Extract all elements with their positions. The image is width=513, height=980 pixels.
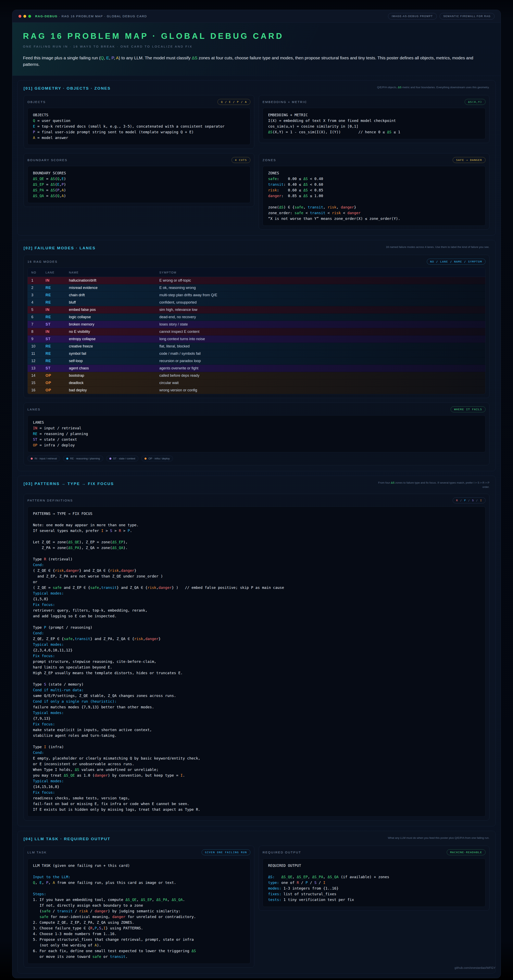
code-line: OP = infra / deploy: [33, 442, 480, 448]
page-subtitle: ONE FAILING RUN IN · 16 WAYS TO BREAK · …: [23, 45, 490, 48]
lane-legend-chip: RE · reasoning / planning: [63, 455, 103, 461]
code-line: Type R (retrieval): [33, 556, 480, 562]
code-line: Typical modes:: [33, 710, 480, 716]
panel-required-output-badge: MACHINE-READABLE: [447, 850, 486, 855]
code-line: I(X) = embedding of text X from one fixe…: [268, 118, 480, 124]
code-line: retriever: query, filters, top-k, embedd…: [33, 608, 480, 613]
panel-embedding-metric: EMBEDDING + METRIC ΔS(X,Y) EMBEDDING + M…: [259, 95, 489, 143]
code-line: ( Z_QE ∈ {risk,danger} and Z_QA ∈ {risk,…: [33, 568, 480, 573]
app-name: RAG-DEBUG: [35, 14, 58, 18]
mode-no: 3: [28, 291, 42, 299]
panel-zones-badge: SAFE → DANGER: [452, 157, 486, 163]
mode-no: 15: [28, 379, 42, 387]
panel-zones-header: ZONES SAFE → DANGER: [263, 156, 486, 164]
code-line: Q, E, P, A from one failing run, plus th…: [33, 880, 245, 886]
titlebar-badge-image-as-debug-prompt: IMAGE-AS-DEBUG PROMPT: [388, 13, 437, 19]
geometry-row-1: OBJECTS Q / E / P / A OBJECTSQ = user qu…: [24, 95, 489, 149]
mode-no: 2: [28, 284, 42, 291]
code-line: E empty, placeholder or clearly mismatch…: [33, 756, 480, 761]
code-line: 3. Choose failure_type ∈ {R,P,S,I} using…: [33, 925, 245, 931]
titlebar-badges: IMAGE-AS-DEBUG PROMPT SEMANTIC FIREWALL …: [388, 13, 494, 19]
mode-symptom: confident, unsupported: [156, 299, 485, 306]
mode-symptom: loses story / state: [156, 321, 485, 328]
zones-code: ZONESsafe: 0.00 ≤ ΔS < 0.40transit: 0.40…: [263, 166, 486, 226]
code-line: Steps:: [33, 891, 245, 897]
section-llm-task-title: [04] LLM TASK · REQUIRED OUTPUT: [24, 836, 110, 841]
mode-row: 13STagent chaosagents overwrite or fight: [28, 365, 485, 372]
panel-lanes-header: LANES WHERE IT FAILS: [27, 406, 486, 413]
panel-boundary-scores: BOUNDARY SCORES 4 CUTS BOUNDARY SCORESΔS…: [24, 153, 254, 207]
panel-objects-header: OBJECTS Q / E / P / A: [27, 98, 250, 105]
code-line: When Type I holds, ΔS values are undefin…: [33, 767, 480, 773]
code-line: safe for near-identical meaning, danger …: [33, 914, 245, 920]
code-line: Fix focus:: [33, 602, 480, 608]
required-output-code: REQUIRED OUTPUT ΔS: ΔS_QE, ΔS_EP, ΔS_PA,…: [263, 859, 486, 907]
code-line: OBJECTS: [33, 112, 245, 118]
code-line: transit: 0.40 ≤ ΔS < 0.60: [268, 181, 480, 187]
mode-name: bad deploy: [65, 387, 156, 394]
mode-symptom: long context turns into noise: [156, 336, 485, 343]
panel-rag-modes-header: 16 RAG MODES NO / LANE / NAME / SYMPTOM: [27, 258, 486, 265]
mode-no: 11: [28, 350, 42, 357]
panel-required-output: REQUIRED OUTPUT MACHINE-READABLE REQUIRE…: [259, 846, 489, 911]
code-line: [33, 676, 480, 681]
code-line: ΔS_PA = ΔS(P,A): [33, 187, 245, 193]
panel-embedding-header: EMBEDDING + METRIC ΔS(X,Y): [263, 98, 486, 105]
code-line: Type P (prompt / reasoning): [33, 625, 480, 630]
code-line: safe: 0.00 ≤ ΔS < 0.40: [268, 176, 480, 181]
mode-symptom: sim high, relevance low: [156, 306, 485, 313]
panel-patterns-header: PATTERN DEFINITIONS R / P / S / I: [27, 497, 486, 504]
code-line: type: one of R / P / S / I: [268, 880, 480, 886]
mode-symptom: E wrong or off-topic: [156, 277, 485, 284]
traffic-light-minimize-button[interactable]: [23, 15, 26, 18]
code-line: and add logging so E can be inspected.: [33, 613, 480, 619]
code-line: hard limits on speculation beyond E.: [33, 665, 480, 670]
mode-no: 8: [28, 328, 42, 336]
code-line: Input to the LLM:: [33, 874, 245, 880]
mode-symptom: code / math / symbols fail: [156, 350, 485, 357]
mode-name: agent chaos: [65, 365, 156, 372]
code-line: same Q/E/P/settings, Z_QE stable, Z_QA c…: [33, 693, 480, 698]
panel-boundary-label: BOUNDARY SCORES: [27, 158, 67, 162]
mode-row: 12REself-looprecursion or paradox loop: [28, 357, 485, 365]
mode-row: 8INno E visibilitycannot inspect E conte…: [28, 328, 485, 336]
code-line: or move its zone toward safe or transit.: [33, 954, 245, 959]
mode-name: chain drift: [65, 291, 156, 299]
code-line: {14,15,16,8}: [33, 784, 480, 790]
mode-name: creative freeze: [65, 343, 156, 350]
panel-zones-label: ZONES: [263, 158, 276, 162]
section-geometry: [01] GEOMETRY · OBJECTS · ZONES Q/E/P/A …: [17, 80, 496, 235]
mode-symptom: E ok, reasoning wrong: [156, 284, 485, 291]
code-line: {2,3,4,6,10,11,12}: [33, 648, 480, 653]
panel-embedding-label: EMBEDDING + METRIC: [263, 100, 307, 103]
code-line: ΔS_EP = ΔS(E,P): [33, 181, 245, 187]
mode-name: embed false pos: [65, 306, 156, 313]
mode-no: 10: [28, 343, 42, 350]
code-line: Cond:: [33, 750, 480, 756]
column-header-name: NAME: [65, 268, 156, 277]
code-line: BOUNDARY SCORES: [33, 170, 245, 176]
code-line: fixes: list of structural_fixes: [268, 891, 480, 897]
section-failure-modes-note: 16 named failure modes across 4 lanes. U…: [371, 245, 489, 249]
traffic-light-zoom-button[interactable]: [28, 15, 31, 18]
mode-lane: OP: [42, 387, 65, 394]
traffic-light-close-button[interactable]: [19, 15, 21, 18]
mode-row: 11REsymbol failcode / math / symbols fai…: [28, 350, 485, 357]
hero: RAG 16 PROBLEM MAP · GLOBAL DEBUG CARD O…: [13, 22, 500, 76]
mode-row: 7STbroken memoryloses story / state: [28, 321, 485, 328]
lane-color-dot: [109, 458, 112, 460]
code-line: PATTERNS → TYPE → FIX FOCUS: [33, 511, 480, 517]
section-patterns-note: From four ΔS zones to failure type and f…: [371, 481, 489, 489]
mode-lane: RE: [42, 291, 65, 299]
code-line: make state explicit in inputs, shorten a…: [33, 727, 480, 733]
column-header-symptom: SYMPTOM: [156, 268, 485, 277]
code-line: (not only the wording of A).: [33, 942, 245, 948]
mode-row: 15OPdeadlockcircular wait: [28, 379, 485, 387]
code-line: [33, 517, 480, 522]
section-llm-task-note: What any LLM must do when you feed this …: [371, 836, 489, 840]
code-line: 4. Choose 1-3 mode numbers from 1..16.: [33, 931, 245, 937]
llm-task-row: LLM TASK GIVEN ONE FAILING RUN LLM TASK …: [24, 846, 489, 967]
code-line: Type I (infra): [33, 744, 480, 750]
window-title: RAG-DEBUG · RAG 16 PROBLEM MAP · GLOBAL …: [35, 14, 147, 18]
mode-no: 4: [28, 299, 42, 306]
